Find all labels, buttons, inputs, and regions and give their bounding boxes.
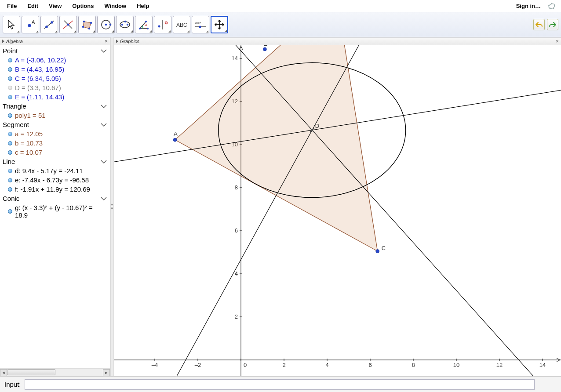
svg-point-1 (548, 4, 550, 6)
object-line-e[interactable]: e: -7.49x - 6.73y = -96.58 (0, 175, 110, 185)
tool-perpendicular[interactable] (59, 16, 77, 33)
chevron-down-icon (100, 104, 107, 109)
object-poly1[interactable]: poly1 = 51 (0, 111, 110, 120)
scroll-left-icon[interactable]: ◄ (0, 369, 7, 376)
panel-splitter[interactable] (110, 37, 114, 376)
svg-point-25 (124, 21, 126, 22)
tool-reflect[interactable] (154, 16, 171, 33)
chevron-down-icon (100, 123, 107, 127)
svg-point-90 (263, 47, 266, 51)
tool-move-view[interactable] (211, 16, 228, 33)
expand-icon (116, 40, 118, 43)
menu-options[interactable]: Options (67, 1, 99, 11)
svg-text:a=2: a=2 (195, 21, 201, 25)
object-point-c[interactable]: C = (6.34, 5.05) (0, 74, 110, 83)
chevron-down-icon (100, 196, 107, 201)
chevron-down-icon (100, 160, 107, 164)
svg-point-24 (127, 24, 128, 25)
close-icon[interactable]: × (556, 38, 559, 44)
menu-view[interactable]: View (44, 1, 67, 11)
svg-point-3 (554, 5, 555, 6)
visibility-toggle-icon[interactable] (8, 113, 12, 118)
tool-ellipse[interactable] (116, 16, 134, 33)
expand-icon (2, 40, 4, 43)
svg-text:E: E (263, 45, 267, 47)
visibility-toggle-icon[interactable] (8, 58, 12, 62)
object-conic-g[interactable]: g: (x - 3.3)² + (y - 10.67)² = 18.9 (0, 203, 110, 220)
tool-line[interactable] (40, 16, 58, 33)
chevron-down-icon (100, 49, 107, 53)
svg-point-31 (158, 25, 160, 28)
svg-text:6: 6 (368, 362, 372, 368)
svg-point-13 (67, 24, 69, 26)
scroll-thumb[interactable] (7, 369, 55, 375)
object-point-d[interactable]: D = (3.3, 10.67) (0, 83, 110, 92)
tool-angle[interactable]: α (135, 16, 153, 33)
tool-circle[interactable] (97, 16, 115, 33)
svg-text:2: 2 (282, 362, 285, 368)
svg-text:ABC: ABC (176, 22, 187, 28)
close-icon[interactable]: × (105, 38, 108, 44)
svg-point-32 (165, 22, 168, 24)
workspace: Algebra × Point A = (-3.06, 10.22) B = (… (0, 37, 561, 376)
redo-button[interactable] (547, 19, 558, 30)
svg-text:4: 4 (325, 362, 328, 368)
visibility-toggle-icon[interactable] (8, 76, 12, 81)
svg-marker-14 (83, 22, 91, 29)
object-segment-b[interactable]: b = 10.73 (0, 138, 110, 148)
category-conic[interactable]: Conic (0, 194, 110, 203)
object-segment-c[interactable]: c = 10.07 (0, 148, 110, 157)
object-point-a[interactable]: A = (-3.06, 10.22) (0, 55, 110, 65)
object-point-b[interactable]: B = (4.43, 16.95) (0, 65, 110, 74)
tool-polygon[interactable] (78, 16, 96, 33)
category-point[interactable]: Point (0, 46, 110, 55)
object-point-e[interactable]: E = (1.11, 14.43) (0, 92, 110, 102)
visibility-toggle-icon[interactable] (8, 67, 12, 72)
visibility-toggle-icon[interactable] (8, 178, 12, 182)
category-line[interactable]: Line (0, 157, 110, 166)
tool-point[interactable]: A (22, 16, 39, 33)
visibility-toggle-icon[interactable] (8, 141, 12, 145)
scroll-right-icon[interactable]: ► (103, 369, 110, 376)
svg-text:10: 10 (453, 362, 459, 368)
menu-edit[interactable]: Edit (22, 1, 44, 11)
svg-text:–4: –4 (152, 362, 158, 368)
visibility-toggle-icon[interactable] (8, 132, 12, 136)
menu-help[interactable]: Help (131, 1, 154, 11)
svg-point-88 (311, 129, 313, 131)
tool-slider[interactable]: a=2 (192, 16, 209, 33)
category-triangle[interactable]: Triangle (0, 102, 110, 111)
svg-point-15 (83, 21, 85, 22)
menubar: File Edit View Options Window Help Sign … (0, 0, 561, 12)
object-line-f[interactable]: f: -1.91x + 11.9y = 120.69 (0, 185, 110, 194)
tool-move[interactable] (3, 16, 20, 33)
algebra-hscrollbar[interactable]: ◄ ► (0, 368, 110, 376)
svg-point-80 (173, 138, 177, 142)
category-segment[interactable]: Segment (0, 120, 110, 129)
graphics-view[interactable]: –4–2024681012142468101214ABCDE (114, 45, 561, 376)
menu-window[interactable]: Window (99, 1, 131, 11)
input-field[interactable] (25, 379, 535, 390)
signin-link[interactable]: Sign in… (512, 1, 545, 11)
svg-point-9 (45, 25, 48, 28)
svg-point-17 (88, 28, 90, 29)
svg-text:14: 14 (232, 55, 238, 62)
object-line-d[interactable]: d: 9.4x - 5.17y = -24.11 (0, 166, 110, 175)
svg-point-6 (28, 24, 31, 27)
svg-point-20 (105, 24, 107, 26)
svg-point-23 (121, 24, 123, 25)
svg-text:14: 14 (539, 362, 546, 368)
algebra-panel-header[interactable]: Algebra × (0, 37, 110, 45)
menu-file[interactable]: File (2, 1, 22, 11)
tool-text[interactable]: ABC (173, 16, 190, 33)
object-segment-a[interactable]: a = 12.05 (0, 129, 110, 138)
svg-point-4 (553, 7, 554, 9)
visibility-toggle-icon[interactable] (8, 95, 12, 99)
visibility-toggle-icon[interactable] (8, 86, 12, 90)
visibility-toggle-icon[interactable] (8, 150, 12, 155)
visibility-toggle-icon[interactable] (8, 187, 12, 192)
graphics-panel-header[interactable]: Graphics × (114, 37, 561, 45)
visibility-toggle-icon[interactable] (8, 209, 12, 214)
visibility-toggle-icon[interactable] (8, 169, 12, 173)
undo-button[interactable] (533, 19, 545, 30)
